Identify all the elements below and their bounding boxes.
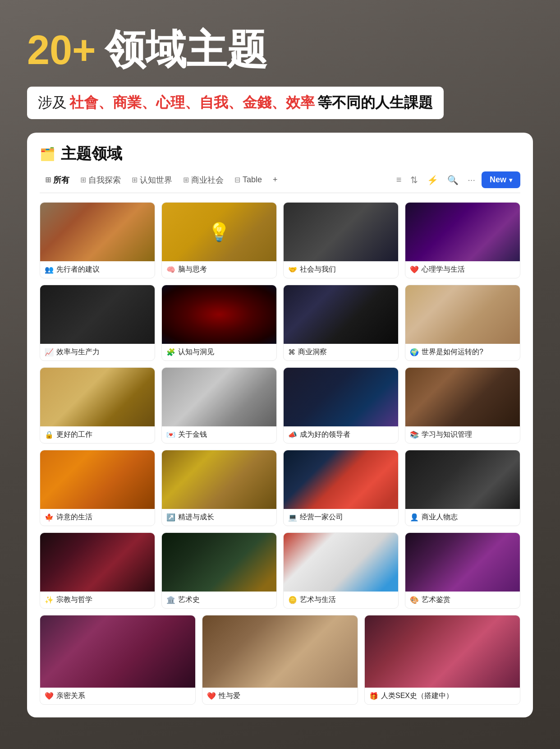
grid-item-img-9: [40, 368, 155, 426]
item-label-6: 认知与洞见: [178, 347, 214, 357]
tab-all[interactable]: ⊞ 所有: [40, 172, 75, 188]
grid-item-img-19: [284, 533, 398, 592]
item-label-8: 世界是如何运转的?: [422, 347, 483, 357]
bottom-item-22[interactable]: ❤️性与爱: [202, 615, 358, 705]
grid-item-2[interactable]: 🧠脑与思考: [161, 202, 277, 278]
item-label-17: 宗教与哲学: [56, 595, 92, 605]
grid-item-label-15: 💻经营一家公司: [284, 509, 398, 526]
card-header-title: 主题领域: [61, 143, 122, 164]
grid-item-18[interactable]: 🏛️艺术史: [161, 532, 277, 609]
grid-item-label-1: 👥先行者的建议: [40, 261, 155, 278]
subtitle-bar: 涉及 社會、商業、心理、自我、金錢、效率 等不同的人生課題: [27, 87, 444, 119]
sort-icon[interactable]: ⇅: [408, 173, 421, 187]
tabs-actions: ≡ ⇅ ⚡ 🔍 ··· New ▾: [394, 171, 520, 188]
grid-item-3[interactable]: 🤝社会与我们: [283, 202, 399, 278]
grid-item-1[interactable]: 👥先行者的建议: [40, 202, 155, 278]
grid-item-img-17: [40, 533, 155, 592]
item-icon-3: 🤝: [288, 265, 297, 274]
grid-item-img-11: [284, 368, 398, 426]
main-title: 20+ 领域主题: [27, 23, 533, 78]
item-label-10: 关于金钱: [178, 430, 207, 439]
grid-item-4[interactable]: ❤️心理学与生活: [405, 202, 520, 278]
bottom-text-21: 亲密关系: [56, 691, 85, 701]
grid-item-20[interactable]: 🎨艺术鉴赏: [405, 532, 520, 609]
bottom-item-img-21: [40, 615, 195, 688]
bottom-item-label-22: ❤️性与爱: [202, 688, 358, 704]
bottom-text-23: 人类SEX史（搭建中）: [381, 691, 453, 701]
grid-item-5[interactable]: 📈效率与生产力: [40, 285, 155, 361]
item-label-20: 艺术鉴赏: [422, 595, 450, 605]
grid-item-label-8: 🌍世界是如何运转的?: [405, 344, 520, 361]
item-icon-16: 👤: [410, 513, 419, 522]
subtitle-highlight: 社會、商業、心理、自我、金錢、效率: [69, 93, 315, 113]
grid-item-label-4: ❤️心理学与生活: [405, 261, 520, 278]
tabs-row: ⊞ 所有 ⊞ 自我探索 ⊞ 认知世界 ⊞ 商业社会 ⊟ Table + ≡ ⇅ …: [40, 171, 520, 193]
grid-item-img-16: [405, 450, 520, 509]
grid-item-label-18: 🏛️艺术史: [162, 592, 276, 608]
grid-item-label-20: 🎨艺术鉴赏: [405, 592, 520, 608]
tab-biz[interactable]: ⊞ 商业社会: [178, 172, 229, 188]
lightning-icon[interactable]: ⚡: [424, 173, 441, 187]
grid-item-img-18: [162, 533, 276, 592]
grid-item-img-1: [40, 203, 155, 261]
grid-item-img-12: [405, 368, 520, 426]
item-icon-6: 🧩: [166, 348, 175, 356]
bottom-grid: ❤️亲密关系❤️性与爱🎁人类SEX史（搭建中）: [40, 615, 520, 705]
tab-self[interactable]: ⊞ 自我探索: [75, 172, 126, 188]
tab-biz-icon: ⊞: [183, 176, 189, 184]
item-icon-4: ❤️: [410, 265, 419, 274]
card-header: 🗂️ 主题领域: [40, 143, 520, 164]
grid-item-12[interactable]: 📚学习与知识管理: [405, 367, 520, 444]
grid-item-8[interactable]: 🌍世界是如何运转的?: [405, 285, 520, 361]
grid-item-img-10: [162, 368, 276, 426]
grid-item-9[interactable]: 🔒更好的工作: [40, 367, 155, 444]
tab-table[interactable]: ⊟ Table: [229, 173, 267, 187]
grid-item-img-14: [162, 450, 276, 509]
grid-item-img-15: [284, 450, 398, 509]
grid-item-10[interactable]: 💌关于金钱: [161, 367, 277, 444]
item-icon-5: 📈: [45, 348, 54, 356]
item-label-3: 社会与我们: [300, 265, 336, 274]
item-icon-17: ✨: [45, 596, 54, 604]
grid-item-6[interactable]: 🧩认知与洞见: [161, 285, 277, 361]
new-button[interactable]: New ▾: [482, 171, 520, 188]
grid-item-13[interactable]: 🍁诗意的生活: [40, 450, 155, 526]
grid-item-7[interactable]: ⌘商业洞察: [283, 285, 399, 361]
bottom-icon-23: 🎁: [369, 692, 378, 700]
grid-item-img-7: [284, 285, 398, 344]
tab-table-label: Table: [243, 175, 262, 185]
grid-item-16[interactable]: 👤商业人物志: [405, 450, 520, 526]
grid-item-label-12: 📚学习与知识管理: [405, 426, 520, 443]
item-icon-19: 🪙: [288, 596, 297, 604]
grid-item-19[interactable]: 🪙艺术与生活: [283, 532, 399, 609]
grid-item-label-7: ⌘商业洞察: [284, 344, 398, 361]
tab-world-label: 认知世界: [140, 175, 172, 185]
tab-world[interactable]: ⊞ 认知世界: [126, 172, 178, 188]
grid-item-label-3: 🤝社会与我们: [284, 261, 398, 278]
filter-icon[interactable]: ≡: [394, 173, 404, 187]
subtitle-prefix: 涉及: [38, 93, 67, 113]
new-button-label: New: [490, 175, 506, 185]
main-card: 🗂️ 主题领域 ⊞ 所有 ⊞ 自我探索 ⊞ 认知世界 ⊞ 商业社会 ⊟ Tabl…: [27, 133, 533, 717]
bottom-item-23[interactable]: 🎁人类SEX史（搭建中）: [364, 615, 520, 705]
more-icon[interactable]: ···: [465, 173, 478, 187]
bottom-icon-21: ❤️: [45, 692, 54, 700]
bottom-item-21[interactable]: ❤️亲密关系: [40, 615, 196, 705]
item-label-5: 效率与生产力: [56, 347, 100, 357]
item-icon-18: 🏛️: [166, 596, 175, 604]
item-label-13: 诗意的生活: [56, 513, 92, 522]
subtitle-suffix: 等不同的人生課題: [317, 93, 433, 113]
bottom-item-img-23: [365, 615, 520, 688]
search-icon[interactable]: 🔍: [445, 173, 461, 187]
items-grid: 👥先行者的建议🧠脑与思考🤝社会与我们❤️心理学与生活📈效率与生产力🧩认知与洞见⌘…: [40, 202, 520, 609]
item-label-18: 艺术史: [178, 595, 200, 605]
new-button-chevron: ▾: [509, 176, 512, 184]
grid-item-11[interactable]: 📣成为好的领导者: [283, 367, 399, 444]
grid-item-img-3: [284, 203, 398, 261]
grid-item-15[interactable]: 💻经营一家公司: [283, 450, 399, 526]
grid-item-img-6: [162, 285, 276, 344]
grid-item-17[interactable]: ✨宗教与哲学: [40, 532, 155, 609]
tab-add[interactable]: +: [267, 173, 283, 187]
grid-item-14[interactable]: ↗️精进与成长: [161, 450, 277, 526]
item-label-19: 艺术与生活: [300, 595, 336, 605]
